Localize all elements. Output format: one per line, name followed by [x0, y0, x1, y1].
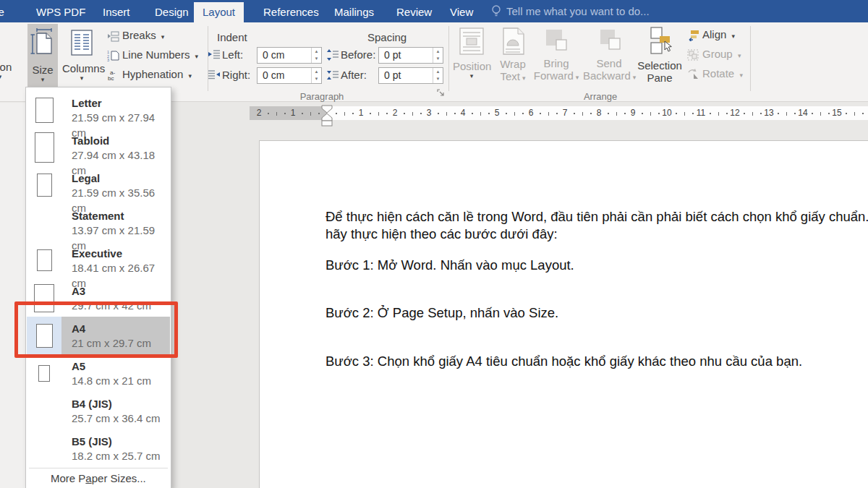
wrap-text-button: Wrap Text [493, 24, 532, 85]
indent-right-spinner[interactable]: ▲▼ [311, 68, 321, 83]
breaks-button[interactable]: Breaks [107, 27, 164, 43]
ruler-tick [862, 113, 864, 114]
spacing-after-input[interactable]: 0 pt ▲▼ [378, 67, 443, 84]
indent-right-input[interactable]: 0 cm ▲▼ [257, 67, 322, 84]
paper-size-option-statement[interactable]: Statement13.97 cm x 21.59 cm [27, 204, 170, 241]
columns-button[interactable]: Columns [62, 24, 101, 90]
paper-size-dimensions: 29.7 cm x 42 cm [72, 298, 151, 313]
paper-size-option-legal[interactable]: Legal21.59 cm x 35.56 cm [27, 166, 170, 204]
position-icon [459, 27, 485, 56]
size-button[interactable]: Size [27, 24, 58, 90]
selection-pane-label-1: Selection [637, 59, 683, 72]
tab-layout[interactable]: Layout [194, 2, 244, 22]
ruler-tick [310, 112, 311, 116]
tab-insert[interactable]: Insert [94, 2, 139, 22]
hyphenation-button[interactable]: a- bc Hyphenation [107, 67, 192, 82]
spacing-before-input[interactable]: 0 pt ▲▼ [378, 47, 443, 64]
paper-size-name: Letter [72, 96, 170, 110]
ruler-number: 2 [393, 108, 398, 118]
tab-mailings[interactable]: Mailings [326, 2, 383, 22]
spacing-before-spinner[interactable]: ▲▼ [433, 48, 443, 63]
tab-wps-pdf[interactable]: WPS PDF [27, 2, 94, 22]
ruler-tick [540, 113, 541, 114]
spacing-before-label: Before: [341, 48, 375, 61]
wrap-text-icon [501, 27, 525, 56]
ruler-number: 10 [662, 108, 671, 118]
spacing-after-label: After: [341, 69, 367, 81]
orientation-button[interactable]: ation [0, 24, 19, 80]
hyphenation-label: Hyphenation [122, 68, 183, 80]
send-backward-button: Send Backward [583, 24, 635, 84]
ruler-number: 3 [427, 108, 432, 118]
send-backward-label-1: Send [583, 57, 635, 69]
paper-size-option-a4[interactable]: A421 cm x 29.7 cm [27, 317, 170, 354]
tab-review[interactable]: Review [388, 2, 441, 22]
ruler-tick [820, 112, 821, 116]
selection-pane-button[interactable]: Selection Pane [637, 24, 683, 84]
tab-references[interactable]: References [255, 2, 328, 22]
paper-size-option-a5[interactable]: A514.8 cm x 21 cm [27, 354, 170, 392]
ruler-tick [676, 113, 677, 114]
indent-left-label: Left: [222, 48, 243, 61]
align-button[interactable]: Align [687, 27, 735, 42]
ruler-tick [828, 113, 830, 114]
paper-size-icon [27, 129, 61, 166]
chevron-down-icon [0, 73, 19, 80]
breaks-icon [107, 31, 119, 42]
paper-size-option-b4-jis-[interactable]: B4 (JIS)25.7 cm x 36.4 cm [27, 392, 170, 429]
bring-forward-label-2: Forward [532, 69, 580, 84]
ruler-tick [506, 113, 507, 114]
line-numbers-label: Line Numbers [122, 48, 190, 61]
horizontal-ruler[interactable]: 12123456789101112131415 [250, 106, 868, 120]
ruler-number: 8 [597, 108, 602, 118]
tell-me-search-input[interactable]: Tell me what you want to do... [506, 0, 650, 22]
rotate-label: Rotate [702, 67, 734, 80]
tab-me[interactable]: me [0, 2, 13, 22]
ruler-tick [684, 112, 685, 116]
spacing-section-label: Spacing [367, 31, 407, 43]
svg-text:bc: bc [108, 75, 114, 81]
arrange-group-label: Arrange [557, 91, 644, 102]
ruler-tick [812, 113, 813, 114]
wrap-text-label-1: Wrap [493, 58, 532, 70]
ruler-number: 7 [563, 108, 568, 118]
ruler-number: 11 [697, 108, 705, 118]
indent-markers[interactable] [317, 105, 337, 127]
line-numbers-icon: 1 2 3 [107, 50, 119, 61]
paper-size-option-a3[interactable]: A329.7 cm x 42 cm [27, 279, 170, 317]
line-numbers-button[interactable]: 1 2 3 Line Numbers [107, 47, 198, 63]
chevron-down-icon [62, 74, 101, 82]
more-paper-sizes-item[interactable]: More Paper Sizes... [26, 468, 171, 488]
orientation-icon [0, 27, 14, 59]
tab-design[interactable]: Design [146, 2, 197, 22]
paper-size-dimensions: 18.2 cm x 25.7 cm [72, 448, 161, 463]
spacing-after-spinner[interactable]: ▲▼ [433, 68, 443, 83]
paper-size-option-executive[interactable]: Executive18.41 cm x 26.67 cm [27, 241, 170, 279]
spacing-after-icon [327, 69, 339, 81]
ruler-tick [302, 113, 303, 114]
ruler-tick [404, 113, 405, 114]
paragraph-group-label: Paragraph [282, 91, 362, 102]
paper-size-option-tabloid[interactable]: Tabloid27.94 cm x 43.18 cm [27, 129, 170, 166]
ruler-tick [472, 113, 473, 114]
ruler-tick [752, 112, 753, 116]
bring-forward-icon [543, 28, 569, 54]
paragraph-dialog-launcher-icon[interactable] [437, 89, 445, 97]
wrap-text-label-2: Text [493, 70, 532, 85]
columns-icon [71, 30, 93, 56]
paper-size-option-letter[interactable]: Letter21.59 cm x 27.94 cm [27, 91, 170, 129]
breaks-label: Breaks [122, 29, 156, 41]
ruler-number: 5 [495, 108, 500, 118]
indent-left-input[interactable]: 0 cm ▲▼ [257, 47, 322, 64]
indent-left-spinner[interactable]: ▲▼ [311, 48, 321, 63]
paper-size-option-b5-jis-[interactable]: B5 (JIS)18.2 cm x 25.7 cm [27, 429, 170, 467]
ruler-tick [446, 112, 447, 116]
ruler-number: 1 [291, 108, 296, 118]
ruler-tick [608, 113, 609, 114]
paper-size-dimensions: 25.7 cm x 36.4 cm [72, 411, 161, 426]
paper-size-name: A5 [72, 359, 151, 373]
ruler-tick [658, 113, 660, 114]
svg-text:3: 3 [107, 58, 109, 61]
ruler-tick [726, 113, 728, 114]
tab-view[interactable]: View [441, 2, 482, 22]
